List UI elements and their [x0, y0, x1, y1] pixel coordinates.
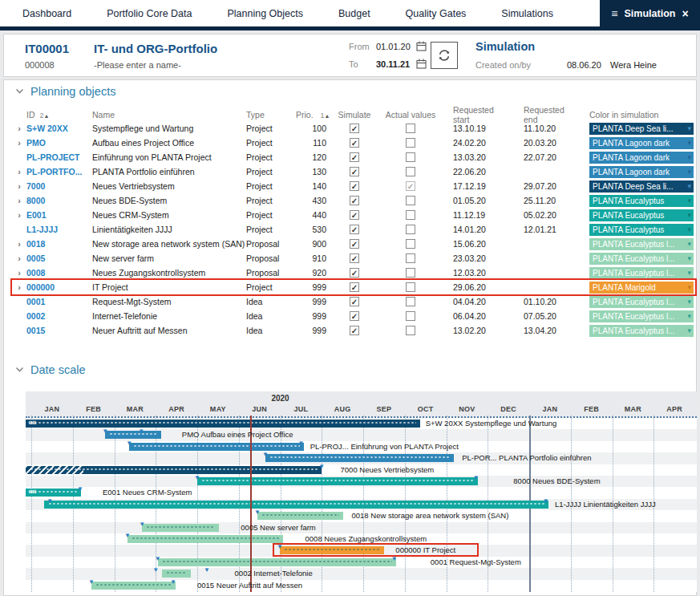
actual-values-checkbox[interactable] — [406, 326, 415, 335]
actual-values-checkbox[interactable] — [406, 239, 415, 249]
expand-icon[interactable]: › — [12, 196, 26, 205]
expand-icon[interactable]: › — [12, 124, 26, 133]
col-actual-values[interactable]: Actual values — [381, 110, 440, 120]
gantt-bar[interactable] — [129, 443, 304, 451]
date-scale-section-header[interactable]: Date scale — [15, 363, 86, 376]
chevron-down-icon[interactable]: ▾ — [687, 298, 691, 306]
milestone-triangle-icon[interactable]: ▼ — [77, 486, 83, 493]
simulate-checkbox[interactable]: ✓ — [350, 124, 359, 133]
color-dropdown[interactable]: PLANTA Lagoon dark▾ — [589, 137, 694, 149]
color-dropdown[interactable]: PLANTA Marigold▾ — [589, 282, 694, 294]
col-name[interactable]: Name — [92, 110, 246, 120]
simulate-checkbox[interactable]: ✓ — [350, 225, 359, 234]
to-date-field[interactable]: 30.11.21 — [376, 59, 410, 69]
simulate-checkbox[interactable]: ✓ — [350, 297, 359, 306]
nav-item-planning-objects[interactable]: Planning Objects — [227, 8, 303, 19]
simulate-checkbox[interactable]: ✓ — [350, 326, 359, 335]
actual-values-checkbox[interactable] — [406, 311, 415, 321]
id-sort-indicator[interactable]: 2▲ — [40, 111, 50, 120]
actual-values-checkbox[interactable] — [406, 210, 415, 220]
refresh-button[interactable] — [431, 42, 458, 69]
chevron-down-icon[interactable]: ▾ — [687, 139, 691, 147]
row-id-link[interactable]: E001 — [26, 210, 92, 220]
gantt-bar[interactable] — [91, 582, 176, 590]
color-dropdown[interactable]: PLANTA Eucalyptus▾ — [589, 224, 694, 236]
expand-icon[interactable]: › — [12, 282, 26, 292]
color-dropdown[interactable]: PLANTA Deep Sea li...▾ — [589, 123, 694, 135]
chevron-down-icon[interactable]: ▾ — [687, 326, 691, 334]
simulate-checkbox[interactable]: ✓ — [350, 181, 359, 191]
row-id-link[interactable]: 7000 — [26, 181, 92, 191]
chevron-down-icon[interactable]: ▾ — [687, 312, 691, 320]
color-dropdown[interactable]: PLANTA Eucalyptus l...▾ — [589, 253, 694, 265]
row-id-link[interactable]: PL-PORTFO... — [26, 167, 92, 176]
simulate-checkbox[interactable]: ✓ — [350, 167, 359, 176]
expand-icon[interactable]: › — [12, 167, 26, 176]
simulate-checkbox[interactable]: ✓ — [350, 253, 359, 263]
gantt-bar[interactable] — [127, 535, 283, 543]
expand-icon[interactable]: › — [12, 210, 26, 220]
color-dropdown[interactable]: PLANTA Eucalyptus l...▾ — [589, 310, 694, 322]
expand-icon[interactable]: › — [12, 253, 26, 263]
color-dropdown[interactable]: PLANTA Eucalyptus▾ — [589, 209, 694, 221]
planning-objects-section-header[interactable]: Planning objects — [15, 85, 115, 98]
simulate-checkbox[interactable]: ✓ — [350, 311, 359, 321]
hamburger-icon[interactable]: ≡ — [611, 7, 617, 20]
row-id-link[interactable]: S+W 20XX — [26, 124, 92, 133]
chevron-down-icon[interactable]: ▾ — [687, 269, 691, 277]
actual-values-checkbox[interactable] — [406, 225, 415, 234]
calendar-icon[interactable] — [416, 41, 427, 51]
gantt-bar[interactable] — [26, 466, 322, 474]
milestone-triangle-icon[interactable]: ▼ — [124, 533, 131, 539]
gantt-bar[interactable]: «« — [26, 489, 81, 497]
simulate-checkbox[interactable]: ✓ — [350, 282, 359, 292]
color-dropdown[interactable]: PLANTA Deep Sea li...▾ — [589, 180, 694, 193]
gantt-bar[interactable] — [142, 524, 219, 532]
col-id[interactable]: ID2▲ — [26, 110, 92, 120]
gantt-bar[interactable] — [158, 558, 397, 566]
chevron-down-icon[interactable] — [15, 367, 24, 373]
color-dropdown[interactable]: PLANTA Eucalyptus l...▾ — [589, 238, 694, 250]
close-icon[interactable]: × — [682, 7, 688, 20]
milestone-triangle-icon[interactable]: ▼ — [297, 440, 304, 447]
milestone-triangle-icon[interactable]: ▼ — [126, 440, 132, 447]
row-id-link[interactable]: PMO — [26, 138, 92, 148]
color-dropdown[interactable]: PLANTA Eucalyptus▾ — [589, 195, 694, 207]
row-id-link[interactable]: L1-JJJJ — [26, 225, 92, 234]
actual-values-checkbox[interactable] — [406, 268, 415, 278]
simulate-checkbox[interactable]: ✓ — [350, 239, 359, 249]
gantt-bar[interactable] — [162, 570, 191, 578]
actual-values-checkbox[interactable]: ✓ — [406, 181, 415, 191]
actual-values-checkbox[interactable] — [406, 297, 415, 306]
actual-values-checkbox[interactable] — [406, 167, 415, 176]
chevron-down-icon[interactable]: ▾ — [687, 153, 691, 161]
row-id-link[interactable]: 8000 — [26, 196, 92, 205]
row-id-link[interactable]: PL-PROJECT — [26, 152, 92, 162]
nav-item-dashboard[interactable]: Dashboard — [22, 8, 71, 19]
row-id-link[interactable]: 0002 — [26, 311, 92, 321]
actual-values-checkbox[interactable] — [406, 138, 415, 148]
milestone-triangle-icon[interactable]: ▼ — [155, 556, 161, 562]
row-id-link[interactable]: 0001 — [26, 297, 92, 306]
gantt-bar[interactable]: «« — [26, 420, 420, 428]
nav-item-portfolio-core-data[interactable]: Portfolio Core Data — [107, 8, 192, 19]
milestone-triangle-icon[interactable]: ▼ — [170, 579, 176, 586]
color-dropdown[interactable]: PLANTA Lagoon dark▾ — [589, 152, 694, 164]
simulate-checkbox[interactable]: ✓ — [350, 268, 359, 278]
actual-values-checkbox[interactable] — [406, 253, 415, 263]
nav-item-budget[interactable]: Budget — [338, 8, 370, 19]
milestone-triangle-icon[interactable]: ▼ — [88, 579, 95, 586]
nav-item-simulations[interactable]: Simulations — [501, 8, 553, 19]
expand-icon[interactable]: › — [12, 268, 26, 278]
expand-icon[interactable]: › — [12, 138, 26, 148]
color-dropdown[interactable]: PLANTA Eucalyptus l...▾ — [589, 267, 694, 279]
chevron-down-icon[interactable]: ▾ — [687, 124, 691, 132]
chevron-down-icon[interactable]: ▾ — [687, 197, 691, 205]
gantt-bar[interactable] — [257, 512, 343, 520]
from-date-field[interactable]: 01.01.20 — [376, 42, 411, 51]
expand-icon[interactable]: › — [12, 181, 26, 191]
col-prio[interactable]: Prio. 1▲ — [296, 110, 328, 120]
milestone-triangle-icon[interactable]: ▼ — [254, 509, 261, 516]
actual-values-checkbox[interactable] — [406, 282, 415, 292]
actual-values-checkbox[interactable] — [406, 196, 415, 205]
